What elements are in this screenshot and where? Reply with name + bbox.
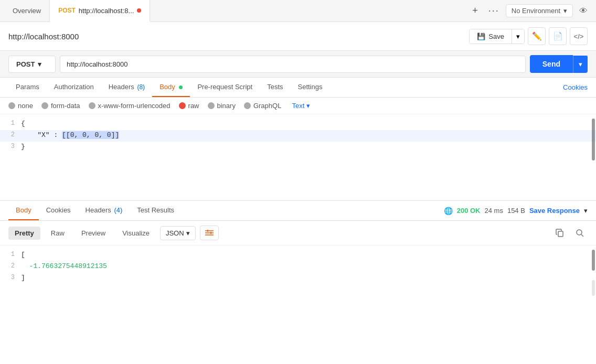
response-section: Body Cookies Headers (4) Test Results 🌐 … <box>0 201 596 298</box>
cookies-link[interactable]: Cookies <box>563 78 588 97</box>
tab-active-request[interactable]: POST http://localhost:8... <box>50 0 150 22</box>
svg-point-6 <box>577 230 582 235</box>
body-type-graphql[interactable]: GraphQL <box>244 102 281 110</box>
address-bar-area: http://localhost:8000 💾 Save ▾ ✏️ 📄 </> <box>0 22 596 51</box>
resp-format-visualize[interactable]: Visualize <box>116 227 156 240</box>
body-type-urlencoded[interactable]: x-www-form-urlencoded <box>89 102 171 110</box>
resp-tab-headers[interactable]: Headers (4) <box>78 201 130 220</box>
line-num-1: 1 <box>0 120 21 127</box>
body-format-dropdown[interactable]: Text ▾ <box>292 102 310 110</box>
line-content-1: { <box>21 120 25 127</box>
address-title: http://localhost:8000 <box>8 32 469 41</box>
tab-authorization[interactable]: Authorization <box>47 78 101 97</box>
environment-selector[interactable]: No Environment ▾ <box>506 4 573 17</box>
raw-radio <box>179 102 186 109</box>
more-options-button[interactable]: ··· <box>488 5 499 16</box>
env-chevron-icon: ▾ <box>563 7 567 15</box>
response-code-area: 1 [ 2 -1.7663275448912135 3 ] <box>0 245 596 298</box>
filter-icon-button[interactable] <box>200 226 219 240</box>
resp-line-content-1: [ <box>21 251 25 259</box>
svg-line-7 <box>581 234 583 237</box>
tab-tests[interactable]: Tests <box>260 78 290 97</box>
save-button-group: 💾 Save ▾ <box>469 29 525 44</box>
tab-body[interactable]: Body <box>152 78 190 97</box>
save-response-chevron-icon[interactable]: ▾ <box>584 207 588 215</box>
body-format-chevron-icon: ▾ <box>306 102 310 110</box>
tab-overview-label: Overview <box>13 7 41 15</box>
response-status: 200 OK <box>457 207 481 215</box>
tab-bar-right: + ··· No Environment ▾ 👁 <box>468 3 592 18</box>
search-icon-button[interactable] <box>572 225 588 241</box>
json-format-select[interactable]: JSON ▾ <box>160 226 196 240</box>
resp-tab-body[interactable]: Body <box>8 201 39 220</box>
tab-headers[interactable]: Headers (8) <box>101 78 152 97</box>
send-dropdown-button[interactable]: ▾ <box>573 56 588 73</box>
response-time: 24 ms <box>485 207 503 215</box>
tab-settings[interactable]: Settings <box>291 78 330 97</box>
copy-icon-button[interactable] <box>552 225 568 241</box>
line-content-3: } <box>21 143 25 151</box>
resp-line-num-3: 3 <box>0 274 21 281</box>
body-type-form-data[interactable]: form-data <box>41 102 80 110</box>
response-status-area: 🌐 200 OK 24 ms 154 B Save Response ▾ <box>182 207 588 215</box>
resp-line-content-2: -1.7663275448912135 <box>21 262 107 270</box>
send-button-group: Send ▾ <box>530 55 588 73</box>
graphql-radio <box>244 102 251 109</box>
resp-line-1: 1 [ <box>0 250 596 261</box>
save-label: Save <box>488 33 504 40</box>
resp-scrollbar-bottom[interactable] <box>592 280 595 296</box>
resp-tab-test-results[interactable]: Test Results <box>130 201 182 220</box>
code-editor[interactable]: 1 { 2 "X" : [[0, 0, 0, 0]] 3 } <box>0 114 596 201</box>
line-num-2: 2 <box>0 131 21 138</box>
save-dropdown-button[interactable]: ▾ <box>512 29 524 44</box>
svg-rect-5 <box>558 231 563 237</box>
method-url-bar: POST ▾ Send ▾ <box>0 51 596 78</box>
line-num-3: 3 <box>0 143 21 150</box>
tab-bar: Overview POST http://localhost:8... + ··… <box>0 0 596 22</box>
save-icon: 💾 <box>477 33 485 40</box>
binary-radio <box>208 102 215 109</box>
body-type-bar: none form-data x-www-form-urlencoded raw… <box>0 98 596 114</box>
send-button[interactable]: Send <box>530 55 573 73</box>
resp-line-num-1: 1 <box>0 251 21 258</box>
response-format-bar: Pretty Raw Preview Visualize JSON ▾ <box>0 221 596 245</box>
resp-format-raw[interactable]: Raw <box>45 227 71 240</box>
resp-scrollbar[interactable] <box>592 250 595 271</box>
env-selector-label: No Environment <box>512 7 560 15</box>
resp-tab-cookies[interactable]: Cookies <box>39 201 78 220</box>
tab-pre-request[interactable]: Pre-request Script <box>190 78 260 97</box>
url-input[interactable] <box>60 56 526 73</box>
form-data-radio <box>41 102 48 109</box>
save-response-button[interactable]: Save Response <box>529 207 580 215</box>
body-format-label: Text <box>292 102 304 110</box>
resp-format-pretty[interactable]: Pretty <box>8 227 40 240</box>
resp-line-num-2: 2 <box>0 262 21 270</box>
method-chevron-icon: ▾ <box>38 60 41 68</box>
json-format-label: JSON <box>166 229 184 237</box>
body-type-raw[interactable]: raw <box>179 102 199 110</box>
editor-line-3: 3 } <box>0 142 596 153</box>
response-size: 154 B <box>507 207 525 215</box>
resp-line-2: 2 -1.7663275448912135 <box>0 261 596 273</box>
line-content-2: "X" : [[0, 0, 0, 0]] <box>21 131 119 139</box>
resp-line-3: 3 ] <box>0 273 596 284</box>
description-icon-button[interactable]: 📄 <box>549 27 567 45</box>
resp-format-preview[interactable]: Preview <box>75 227 112 240</box>
response-tabs-bar: Body Cookies Headers (4) Test Results 🌐 … <box>0 201 596 221</box>
unsaved-dot <box>137 8 141 13</box>
editor-line-1: 1 { <box>0 119 596 130</box>
body-type-binary[interactable]: binary <box>208 102 236 110</box>
urlencoded-radio <box>89 102 95 109</box>
new-tab-button[interactable]: + <box>468 3 482 18</box>
tab-overview[interactable]: Overview <box>4 0 50 22</box>
eye-icon[interactable]: 👁 <box>579 6 588 16</box>
method-select[interactable]: POST ▾ <box>8 56 56 73</box>
json-chevron-icon: ▾ <box>186 229 190 237</box>
save-button[interactable]: 💾 Save <box>470 29 512 44</box>
tab-params[interactable]: Params <box>8 78 47 97</box>
code-icon-button[interactable]: </> <box>570 27 588 45</box>
body-type-none[interactable]: none <box>8 102 33 110</box>
edit-icon-button[interactable]: ✏️ <box>528 27 546 45</box>
editor-scrollbar[interactable] <box>592 119 595 160</box>
globe-icon: 🌐 <box>444 207 453 215</box>
